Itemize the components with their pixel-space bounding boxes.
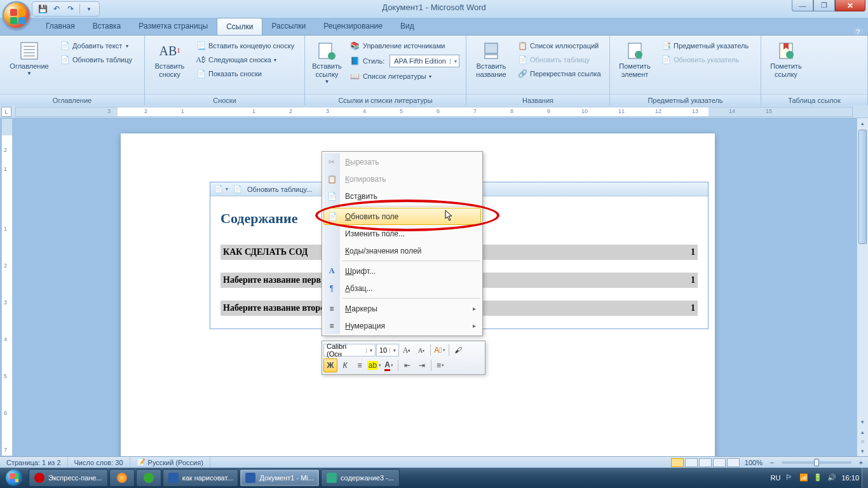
shrink-font-button[interactable]: A▾ (414, 343, 428, 357)
outline-view[interactable] (713, 458, 726, 467)
mini-font-combo[interactable]: Calibri (Осн▾ (323, 344, 376, 356)
styles-button[interactable]: Aͣ▾ (433, 343, 447, 357)
taskbar-app-utorrent[interactable] (136, 469, 161, 487)
ctx-font[interactable]: AШрифт... (323, 262, 481, 280)
ribbon-group-toc: Оглавление (0, 94, 144, 105)
tab-layout[interactable]: Разметка страницы (130, 18, 217, 35)
tab-home[interactable]: Главная (37, 18, 84, 35)
insert-caption-button[interactable]: Вставить название (470, 38, 512, 81)
ctx-update-field[interactable]: 📄Обновить поле (323, 208, 481, 225)
tray-battery-icon[interactable]: 🔋 (813, 473, 822, 482)
browse-object-button[interactable]: ○ (857, 437, 868, 447)
insert-footnote-button[interactable]: AB1 Вставить сноску (149, 38, 191, 81)
scroll-down-button[interactable]: ▾ (857, 417, 868, 427)
mark-citation-button[interactable]: Пометить ссылку (765, 38, 807, 81)
grow-font-button[interactable]: A▴ (400, 343, 414, 357)
tab-mailings[interactable]: Рассылки (262, 18, 315, 35)
show-desktop-button[interactable] (862, 468, 868, 488)
copy-icon: 📋 (327, 174, 337, 184)
mark-entry-button[interactable]: Пометить элемент (614, 38, 656, 81)
insert-endnote-button[interactable]: 📃Вставить концевую сноску (193, 39, 297, 52)
taskbar-app-image[interactable]: содержание3 -... (321, 469, 400, 487)
status-page[interactable]: Страница: 1 из 2 (0, 457, 68, 468)
zoom-value[interactable]: 100% (745, 459, 763, 466)
tab-review[interactable]: Рецензирование (315, 18, 391, 35)
bullets-mini-button[interactable]: ≡▾ (433, 358, 447, 372)
horizontal-ruler[interactable]: 321 123 456 789 101112 131415 (15, 107, 853, 117)
prev-page-button[interactable]: ▴ (857, 427, 868, 437)
full-screen-view[interactable] (685, 458, 698, 467)
close-button[interactable]: ✕ (835, 0, 865, 11)
status-lang[interactable]: 📝Русский (Россия) (130, 457, 210, 468)
tab-references[interactable]: Ссылки (217, 18, 262, 35)
highlight-button[interactable]: ab▾ (367, 358, 381, 372)
update-toc-button[interactable]: 📄Обновить таблицу (57, 53, 135, 66)
save-icon[interactable]: 💾 (37, 4, 48, 14)
minimize-button[interactable]: — (792, 0, 813, 11)
ctx-toggle-codes[interactable]: Коды/значения полей (323, 242, 481, 259)
undo-icon[interactable]: ↶ (51, 4, 62, 14)
vertical-scrollbar[interactable]: ▴ ▾ ▴ ○ ▾ (857, 118, 868, 456)
context-menu: ✂Вырезать 📋Копировать 📄Вставить 📄Обновит… (322, 151, 483, 336)
tab-view[interactable]: Вид (391, 18, 423, 35)
decrease-indent-button[interactable]: ⇤ (400, 358, 414, 372)
draft-view[interactable] (727, 458, 740, 467)
vertical-ruler[interactable]: 21 123 456 7 (1, 118, 13, 456)
status-words[interactable]: Число слов: 30 (68, 457, 130, 468)
bibliography-button[interactable]: 📖Список литературы ▾ (348, 70, 462, 83)
citation-style-picker[interactable]: 📘Стиль: APA Fifth Edition▾ (348, 53, 462, 69)
show-notes-button[interactable]: 📄Показать сноски (193, 67, 297, 80)
tray-flag-icon[interactable]: 🏳 (785, 473, 794, 482)
next-page-button[interactable]: ▾ (857, 446, 868, 456)
zoom-slider[interactable] (782, 461, 851, 464)
tray-network-icon[interactable]: 📶 (799, 473, 808, 482)
zoom-in-button[interactable]: + (857, 459, 865, 466)
ctx-paragraph[interactable]: ¶Абзац... (323, 280, 481, 297)
window-title: Документ1 - Microsoft Word (0, 3, 868, 12)
tray-clock[interactable]: 16:10 (841, 474, 859, 482)
taskbar-app-word1[interactable]: как нарисоват... (163, 469, 239, 487)
web-layout-view[interactable] (699, 458, 712, 467)
tab-insert[interactable]: Вставка (84, 18, 130, 35)
qat-customize-icon[interactable]: ▼ (84, 4, 94, 14)
paragraph-icon: ¶ (327, 283, 337, 294)
scroll-thumb[interactable] (858, 130, 867, 244)
ctx-numbering[interactable]: ≡Нумерация▸ (323, 317, 481, 334)
svg-point-12 (786, 51, 794, 58)
center-button[interactable]: ≡ (353, 358, 367, 372)
taskbar-app-word2[interactable]: Документ1 - Mi... (240, 469, 319, 487)
insert-citation-button[interactable]: Вставить ссылку▼ (309, 38, 345, 88)
insert-index-button[interactable]: 📑Предметный указатель (658, 39, 751, 52)
style-dropdown-icon[interactable]: ▾ (450, 58, 459, 64)
figures-list-button[interactable]: 📋Список иллюстраций (515, 39, 604, 52)
taskbar-app-opera[interactable]: Экспресс-пане... (29, 469, 108, 487)
redo-icon[interactable]: ↷ (65, 4, 76, 14)
ribbon: Оглавление ▼ 📄Добавить текст ▾ 📄Обновить… (0, 36, 868, 105)
mini-size-combo[interactable]: 10▾ (376, 344, 399, 356)
ctx-bullets[interactable]: ≡Маркеры▸ (323, 300, 481, 317)
bold-button[interactable]: Ж (323, 358, 337, 372)
italic-button[interactable]: К (338, 358, 352, 372)
taskbar-app-firefox[interactable] (109, 469, 135, 487)
maximize-button[interactable]: ❐ (813, 0, 835, 11)
increase-indent-button[interactable]: ⇥ (415, 358, 429, 372)
office-button[interactable] (3, 1, 31, 29)
tray-volume-icon[interactable]: 🔊 (827, 473, 836, 482)
font-color-button[interactable]: A▾ (382, 358, 396, 372)
index-icon: 📑 (661, 41, 671, 51)
crossref-button[interactable]: 🔗Перекрестная ссылка (515, 67, 604, 80)
ctx-paste[interactable]: 📄Вставить (323, 187, 481, 205)
zoom-out-button[interactable]: − (768, 459, 776, 466)
next-footnote-button[interactable]: A₿Следующая сноска ▾ (193, 53, 297, 66)
ctx-edit-field[interactable]: Изменить поле... (323, 225, 481, 242)
manage-sources-button[interactable]: 📚Управление источниками (348, 39, 462, 52)
print-layout-view[interactable] (671, 458, 684, 467)
start-button[interactable] (0, 468, 28, 488)
tab-selector[interactable]: L (1, 107, 11, 117)
tray-lang[interactable]: RU (771, 474, 781, 482)
mark-entry-label: Пометить элемент (615, 62, 654, 79)
toc-button[interactable]: Оглавление ▼ (4, 38, 55, 79)
scroll-up-button[interactable]: ▴ (857, 118, 868, 128)
add-text-button[interactable]: 📄Добавить текст ▾ (57, 39, 135, 52)
format-painter-button[interactable]: 🖌 (451, 343, 465, 357)
